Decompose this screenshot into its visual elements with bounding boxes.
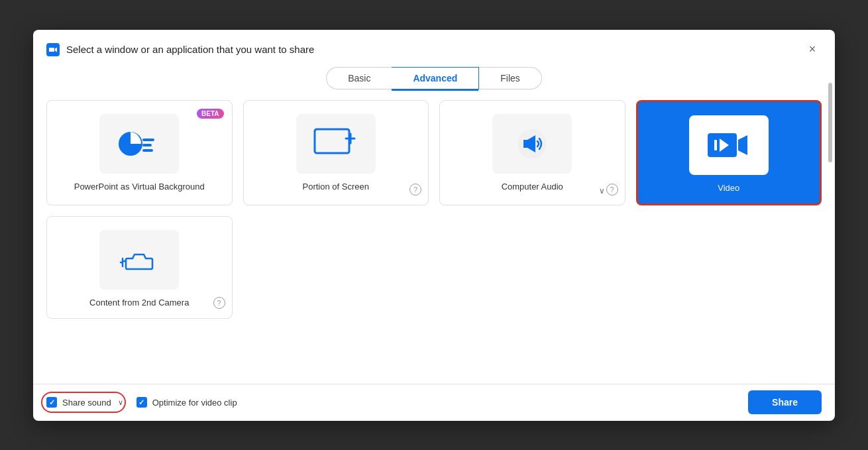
cards-row1: BETA PowerPoint as Virtual Background: [46, 100, 822, 205]
card-portion-screen[interactable]: Portion of Screen ?: [243, 100, 429, 205]
ppt-icon-area: [99, 114, 179, 174]
video-icon: [702, 125, 755, 165]
share-sound-checkbox[interactable]: [46, 397, 57, 408]
tabs-container: Basic Advanced Files: [33, 59, 835, 89]
tab-basic[interactable]: Basic: [326, 67, 392, 89]
video-icon-area: [689, 115, 769, 175]
card-ppt-virtual-bg[interactable]: BETA PowerPoint as Virtual Background: [46, 100, 233, 205]
footer: Share sound ∨ Optimize for video clip Sh…: [33, 384, 835, 421]
beta-badge: BETA: [197, 109, 223, 119]
optimize-video-checkbox[interactable]: [136, 397, 147, 408]
screen-label: Portion of Screen: [303, 182, 369, 192]
optimize-video-group[interactable]: Optimize for video clip: [136, 397, 237, 408]
card-computer-audio[interactable]: Computer Audio ∨ ?: [439, 100, 625, 205]
tab-advanced[interactable]: Advanced: [392, 67, 479, 89]
audio-chevron-icon[interactable]: ∨: [599, 186, 605, 196]
svg-rect-3: [142, 144, 152, 146]
share-sound-label: Share sound: [62, 398, 111, 408]
audio-help-icon[interactable]: ?: [606, 184, 618, 196]
svg-rect-5: [315, 129, 349, 153]
svg-rect-2: [142, 139, 154, 141]
scrollbar[interactable]: [828, 70, 832, 381]
audio-label: Computer Audio: [502, 182, 563, 192]
close-button[interactable]: ×: [803, 40, 822, 59]
svg-rect-10: [714, 140, 717, 150]
tab-files[interactable]: Files: [479, 67, 542, 89]
content-area: BETA PowerPoint as Virtual Background: [33, 89, 835, 384]
screen-help-icon[interactable]: ?: [409, 184, 421, 196]
audio-icon: [509, 124, 555, 164]
share-button[interactable]: Share: [748, 390, 822, 414]
optimize-video-label: Optimize for video clip: [152, 398, 237, 408]
svg-rect-4: [142, 149, 153, 152]
screen-icon: [309, 124, 362, 164]
card-camera-2nd[interactable]: Content from 2nd Camera ?: [46, 216, 233, 319]
zoom-logo-icon: [46, 43, 60, 56]
share-sound-group[interactable]: Share sound ∨: [46, 397, 123, 408]
ppt-label: PowerPoint as Virtual Background: [74, 182, 205, 192]
dialog-header: Select a window or an application that y…: [33, 30, 835, 59]
cards-row2: Content from 2nd Camera ?: [46, 216, 822, 319]
share-dialog: Select a window or an application that y…: [33, 30, 835, 421]
screen-icon-area: [296, 114, 376, 174]
dialog-title: Select a window or an application that y…: [66, 44, 796, 55]
share-sound-chevron-icon[interactable]: ∨: [118, 398, 123, 407]
camera-label: Content from 2nd Camera: [89, 298, 189, 308]
card-video[interactable]: Video: [636, 100, 822, 205]
camera-icon: [116, 240, 162, 280]
scrollbar-thumb[interactable]: [828, 83, 832, 162]
video-label: Video: [718, 183, 739, 193]
camera-help-icon[interactable]: ?: [213, 297, 225, 309]
camera-icon-area: [99, 230, 179, 290]
ppt-icon: [116, 125, 162, 162]
audio-icon-area: [492, 114, 572, 174]
